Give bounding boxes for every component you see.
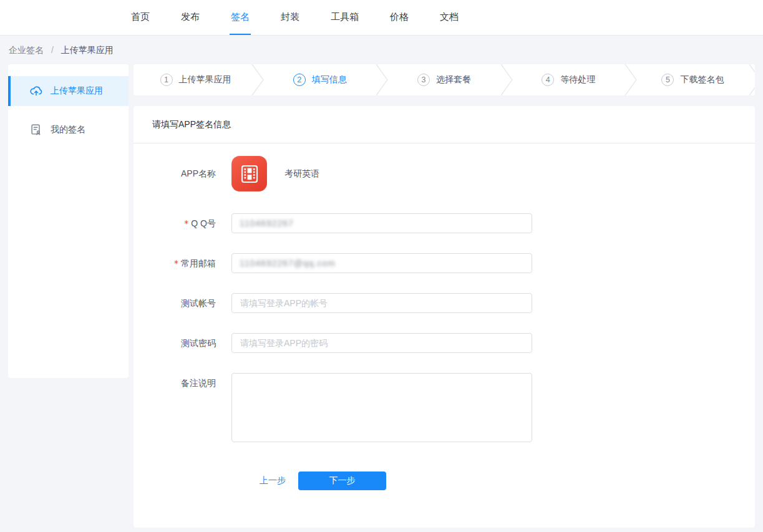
step-5-download-package: 5 下载签名包 [631,64,755,95]
app-name-value: 考研英语 [284,156,319,191]
step-2-fill-info: 2 填写信息 [258,64,382,95]
required-asterisk: * [184,218,188,228]
test-password-row: 测试密码 [152,333,736,353]
step-number: 5 [661,74,674,86]
qq-row: *Q Q号 1104692267 [152,213,736,233]
step-label: 选择套餐 [436,74,471,85]
sidebar-item-label: 上传苹果应用 [51,85,103,97]
remark-textarea[interactable] [231,373,532,442]
sidebar-item-my-signatures[interactable]: 我的签名 [8,115,129,145]
signature-info-panel: 请填写APP签名信息 APP名称 [134,106,755,528]
app-name-label: APP名称 [152,156,231,191]
step-3-choose-plan: 3 选择套餐 [382,64,506,95]
chevron-right-icon [748,64,755,95]
breadcrumb: 企业签名 / 上传苹果应用 [8,36,755,64]
test-account-input[interactable] [231,293,532,313]
remark-row: 备注说明 [152,373,736,444]
qq-input[interactable] [231,213,532,233]
sidebar: 上传苹果应用 我的签名 [8,64,129,378]
nav-tab-price[interactable]: 价格 [389,0,410,35]
step-4-waiting: 4 等待处理 [507,64,631,95]
step-number: 3 [417,74,430,86]
email-label: *常用邮箱 [152,253,231,273]
panel-title: 请填写APP签名信息 [134,106,755,143]
app-name-row: APP名称 [152,156,736,191]
step-label: 填写信息 [312,74,347,85]
nav-tab-home[interactable]: 首页 [130,0,151,35]
test-account-row: 测试帐号 [152,293,736,313]
steps-wizard: 1 上传苹果应用 2 填写信息 3 选择套餐 4 等待处理 [134,64,755,95]
required-asterisk: * [174,258,178,268]
step-number: 4 [542,74,554,86]
top-navigation: 首页 发布 签名 封装 工具箱 价格 文档 [0,0,763,36]
cloud-upload-icon [29,84,43,98]
sidebar-item-upload-apple-app[interactable]: 上传苹果应用 [8,76,129,106]
nav-tab-package[interactable]: 封装 [279,0,301,35]
test-password-label: 测试密码 [152,333,231,353]
nav-tab-docs[interactable]: 文档 [439,0,460,35]
nav-tab-sign[interactable]: 签名 [230,0,251,35]
test-password-input[interactable] [231,333,532,353]
breadcrumb-current: 上传苹果应用 [61,45,114,55]
qq-label: *Q Q号 [152,213,231,233]
nav-tab-publish[interactable]: 发布 [180,0,201,35]
step-label: 等待处理 [560,74,595,85]
main-content: 1 上传苹果应用 2 填写信息 3 选择套餐 4 等待处理 [134,64,755,528]
step-label: 上传苹果应用 [179,74,231,85]
step-label: 下载签名包 [680,74,724,85]
page-content: 企业签名 / 上传苹果应用 上传苹果应用 [0,36,763,528]
sidebar-item-label: 我的签名 [51,124,85,135]
breadcrumb-separator: / [51,45,54,55]
nav-tab-toolbox[interactable]: 工具箱 [329,0,360,35]
previous-step-link[interactable]: 上一步 [260,475,286,486]
test-account-label: 测试帐号 [152,293,231,313]
email-row: *常用邮箱 1104692267@qq.com [152,253,736,273]
email-input[interactable] [231,253,532,273]
form-actions: 上一步 下一步 [152,472,736,490]
film-app-icon [231,156,267,191]
step-number: 2 [293,74,306,86]
next-step-button[interactable]: 下一步 [298,472,386,490]
signature-document-icon [29,123,43,137]
step-number: 1 [160,74,173,86]
step-1-upload-app: 1 上传苹果应用 [134,64,258,95]
breadcrumb-parent[interactable]: 企业签名 [9,45,44,55]
remark-label: 备注说明 [152,373,231,444]
